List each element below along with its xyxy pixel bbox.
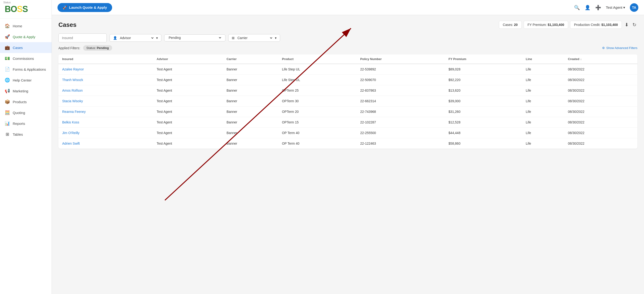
production-credit-label: Production Credit: [574, 23, 600, 26]
table-row[interactable]: Belkis KossTest AgentBannerOPTerm 1522-1… [58, 117, 638, 128]
sidebar-item-label: Reports [13, 122, 25, 126]
insured-link[interactable]: Adrien Swift [62, 142, 80, 145]
filter-icon: ⚙ [602, 46, 605, 50]
cell-insured[interactable]: Adrien Swift [58, 138, 153, 149]
sidebar-item-quoting[interactable]: 🧮 Quoting [0, 107, 52, 118]
refresh-icon[interactable]: ↻ [632, 21, 638, 28]
col-header-product[interactable]: Product [278, 54, 356, 64]
status-pending-chip[interactable]: Status: Pending [83, 45, 112, 51]
cell-policy_number: 22-743968 [356, 106, 445, 117]
reports-icon: 📊 [5, 121, 10, 126]
advisor-filter[interactable]: 👤 Advisor ▾ [110, 34, 161, 42]
table-row[interactable]: Adrien SwiftTest AgentBannerOP Term 4022… [58, 138, 638, 149]
sidebar-item-cases[interactable]: 💼 Cases [0, 42, 52, 53]
cell-product: OPTerm 30 [278, 96, 356, 106]
insured-link[interactable]: Stacia Wisoky [62, 99, 83, 103]
sidebar-item-label: Home [13, 24, 22, 28]
cell-insured[interactable]: Thanh Wisozk [58, 75, 153, 85]
insured-link[interactable]: Belkis Koss [62, 120, 79, 124]
add-icon[interactable]: ➕ [595, 5, 601, 10]
cell-insured[interactable]: Belkis Koss [58, 117, 153, 128]
sidebar-item-help-center[interactable]: 🌐 Help Center [0, 75, 52, 86]
table-row[interactable]: Azalee RaynorTest AgentBannerLife Step U… [58, 64, 638, 75]
sidebar-item-commissions[interactable]: 💵 Commissions [0, 53, 52, 64]
sidebar-item-home[interactable]: 🏠 Home [0, 20, 52, 31]
fy-premium-value: $1,103,400 [548, 23, 564, 26]
cell-policy_number: 22-102287 [356, 117, 445, 128]
sidebar-item-forms-applications[interactable]: 📄 Forms & Applications [0, 64, 52, 75]
cell-line: Life [522, 128, 564, 138]
launch-quote-apply-button[interactable]: 🚀 Launch Quote & Apply [58, 3, 112, 12]
cell-insured[interactable]: Amos Rolfson [58, 85, 153, 96]
cell-fy_premium: $58,860 [445, 138, 522, 149]
sidebar-item-label: Quoting [13, 111, 25, 115]
insured-link[interactable]: Amos Rolfson [62, 88, 83, 92]
insured-link[interactable]: Jim O'Reilly [62, 131, 80, 135]
col-header-advisor[interactable]: Advisor [153, 54, 223, 64]
sidebar-item-label: Tables [13, 132, 23, 136]
show-advanced-filters-button[interactable]: ⚙ Show Advanced Filters [602, 46, 638, 50]
agent-name[interactable]: Test Agent ▾ [606, 6, 625, 10]
cell-line: Life [522, 117, 564, 128]
sidebar-item-label: Marketing [13, 89, 28, 93]
cell-carrier: Banner [223, 75, 278, 85]
sidebar-item-label: Products [13, 100, 26, 104]
marketing-icon: 📢 [5, 88, 10, 94]
sidebar-item-reports[interactable]: 📊 Reports [0, 118, 52, 129]
avatar[interactable]: TA [630, 3, 638, 12]
cell-advisor: Test Agent [153, 96, 223, 106]
insured-link[interactable]: Thanh Wisozk [62, 78, 83, 82]
col-header-carrier[interactable]: Carrier [223, 54, 278, 64]
cell-fy_premium: $31,260 [445, 106, 522, 117]
status-select[interactable]: Pending [168, 36, 222, 40]
cell-created: 08/30/2022 [564, 64, 638, 75]
status-filter[interactable]: Status Pending [164, 34, 226, 42]
col-header-insured[interactable]: Insured [58, 54, 153, 64]
cell-fy_premium: $13,620 [445, 85, 522, 96]
sidebar-item-products[interactable]: 📦 Products [0, 96, 52, 107]
col-header-policy_number[interactable]: Policy Number [356, 54, 445, 64]
carrier-select[interactable]: Carrier [236, 36, 273, 40]
cases-icon: 💼 [5, 45, 10, 50]
main-area: 🚀 Launch Quote & Apply 🔍 👤 ➕ Test Agent … [52, 0, 644, 294]
sidebar-item-marketing[interactable]: 📢 Marketing [0, 86, 52, 96]
applied-filters-label: Applied Filters: [58, 46, 80, 50]
col-header-created[interactable]: Created↓ [564, 54, 638, 64]
table-row[interactable]: Stacia WisokyTest AgentBannerOPTerm 3022… [58, 96, 638, 106]
cell-product: Life Step UL [278, 64, 356, 75]
cell-created: 08/30/2022 [564, 117, 638, 128]
cell-advisor: Test Agent [153, 117, 223, 128]
cell-insured[interactable]: Azalee Raynor [58, 64, 153, 75]
cell-line: Life [522, 106, 564, 117]
table-row[interactable]: Jim O'ReillyTest AgentBannerOP Term 4022… [58, 128, 638, 138]
download-icon[interactable]: ⬇ [624, 21, 630, 28]
sidebar-item-quote-apply[interactable]: 🚀 Quote & Apply [0, 31, 52, 42]
col-header-fy_premium[interactable]: FY Premium [445, 54, 522, 64]
cell-created: 08/30/2022 [564, 106, 638, 117]
insured-link[interactable]: Reanna Feeney [62, 110, 86, 114]
table-row[interactable]: Amos RolfsonTest AgentBannerOPTerm 2522-… [58, 85, 638, 96]
insured-input[interactable] [58, 34, 107, 42]
advisor-select[interactable]: Advisor [119, 36, 154, 40]
fy-premium-label: FY Premium: [528, 23, 547, 26]
cell-insured[interactable]: Stacia Wisoky [58, 96, 153, 106]
user-circle-icon[interactable]: 👤 [585, 5, 590, 10]
col-header-line[interactable]: Line [522, 54, 564, 64]
cell-insured[interactable]: Reanna Feeney [58, 106, 153, 117]
cell-line: Life [522, 138, 564, 149]
quoting-icon: 🧮 [5, 110, 10, 115]
cell-insured[interactable]: Jim O'Reilly [58, 128, 153, 138]
search-icon[interactable]: 🔍 [574, 5, 580, 10]
cell-carrier: Banner [223, 106, 278, 117]
table-row[interactable]: Reanna FeeneyTest AgentBannerOPTerm 2022… [58, 106, 638, 117]
insured-link[interactable]: Azalee Raynor [62, 68, 84, 71]
sidebar: BOSS 🏠 Home 🚀 Quote & Apply 💼 Cases 💵 Co… [0, 0, 52, 294]
cell-product: OP Term 40 [278, 138, 356, 149]
home-icon: 🏠 [5, 23, 10, 28]
cell-advisor: Test Agent [153, 75, 223, 85]
forms-applications-icon: 📄 [5, 67, 10, 72]
sidebar-item-tables[interactable]: ⊞ Tables [0, 129, 52, 140]
carrier-filter[interactable]: ⊞ Carrier ▾ [228, 34, 280, 42]
cell-fy_premium: $89,028 [445, 64, 522, 75]
table-row[interactable]: Thanh WisozkTest AgentBannerLife Step UL… [58, 75, 638, 85]
